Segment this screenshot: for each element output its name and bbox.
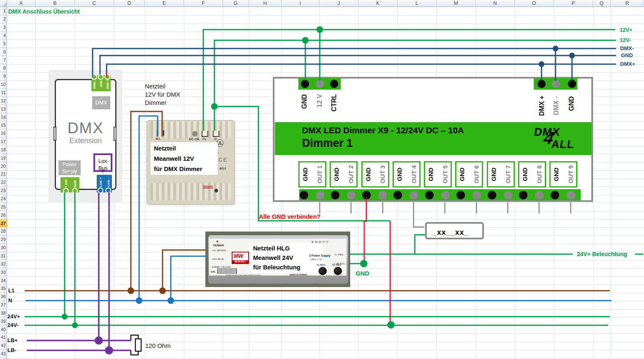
- wiring-diagram: [0, 0, 644, 359]
- column-header-H[interactable]: H: [249, 0, 281, 7]
- column-header-C[interactable]: C: [75, 0, 114, 7]
- row-header-34[interactable]: 34: [0, 276, 7, 285]
- note-line1: Netzteil: [145, 82, 180, 90]
- row-header-41[interactable]: 41: [0, 334, 7, 342]
- column-header-Q[interactable]: Q: [593, 0, 611, 7]
- row-header-15[interactable]: 15: [0, 121, 7, 130]
- junction-dot: [159, 287, 166, 294]
- wire-n-hlg: [171, 256, 205, 301]
- stub-out4: [414, 202, 424, 227]
- label-120-ohm[interactable]: 120 Ohm: [145, 342, 171, 349]
- row-header-16[interactable]: 16: [0, 130, 7, 138]
- excel-spreadsheet: ABCDEFGHIJKLMNOPQR 123456789101112131415…: [0, 0, 644, 359]
- column-header-K[interactable]: K: [358, 0, 398, 7]
- junction-dot: [316, 26, 323, 33]
- row-header-7[interactable]: 7: [0, 56, 7, 64]
- xx-text: _xx__xx_: [432, 228, 469, 236]
- wire-dmx-minus: [93, 49, 616, 75]
- junction-dot: [167, 297, 174, 304]
- row-header-31[interactable]: 31: [0, 252, 7, 260]
- junction-dot: [136, 297, 142, 304]
- row-header-36[interactable]: 36: [0, 293, 7, 301]
- column-header-B[interactable]: B: [35, 0, 75, 7]
- row-header-23[interactable]: 23: [0, 187, 7, 195]
- bus-label-n: N: [8, 297, 12, 303]
- row-header-25[interactable]: 25: [0, 203, 7, 211]
- column-header-J[interactable]: J: [319, 0, 358, 7]
- wire-dmx-gnd: [100, 56, 616, 75]
- junction-dot: [360, 260, 367, 267]
- column-header-N[interactable]: N: [476, 0, 515, 7]
- label-12v-plus: 12V+: [620, 27, 632, 33]
- wire-12v-plus: [203, 30, 615, 131]
- row-header-42[interactable]: 42: [0, 342, 7, 350]
- column-header-D[interactable]: D: [114, 0, 145, 7]
- junction-dot: [62, 314, 67, 320]
- wire-n-psu12: [139, 116, 158, 301]
- row-header-29[interactable]: 29: [0, 236, 7, 244]
- row-header-10[interactable]: 10: [0, 81, 7, 89]
- row-header-18[interactable]: 18: [0, 146, 7, 154]
- column-header-O[interactable]: O: [515, 0, 554, 7]
- row-header-28[interactable]: 28: [0, 227, 7, 236]
- column-header-F[interactable]: F: [184, 0, 223, 7]
- row-header-22[interactable]: 22: [0, 178, 7, 187]
- label-beleuchtung[interactable]: 24V+ Beleuchtung: [577, 251, 627, 257]
- column-header-R[interactable]: R: [611, 0, 644, 7]
- row-header-33[interactable]: 33: [0, 268, 7, 276]
- junction-dot: [387, 321, 395, 329]
- row-header-38[interactable]: 38: [0, 309, 7, 317]
- label-12v-minus: 12V-: [620, 37, 631, 43]
- row-header-11[interactable]: 11: [0, 89, 7, 97]
- junction-dot: [553, 46, 558, 51]
- junction-dot: [128, 287, 134, 294]
- wire-l1-psu12: [131, 111, 162, 291]
- row-header-6[interactable]: 6: [0, 48, 7, 56]
- row-header-19[interactable]: 19: [0, 154, 7, 162]
- column-header-G[interactable]: G: [223, 0, 249, 7]
- row-header-12[interactable]: 12: [0, 97, 7, 105]
- column-header-I[interactable]: I: [281, 0, 319, 7]
- select-all-corner[interactable]: [0, 0, 7, 7]
- row-header-37[interactable]: 37: [0, 301, 7, 309]
- row-header-40[interactable]: 40: [0, 325, 7, 334]
- row-header-2[interactable]: 2: [0, 15, 7, 23]
- row-header-30[interactable]: 30: [0, 244, 7, 252]
- row-header-14[interactable]: 14: [0, 113, 7, 121]
- junction-dot: [72, 322, 78, 328]
- row-header-4[interactable]: 4: [0, 32, 7, 40]
- row-header-21[interactable]: 21: [0, 170, 7, 178]
- row-header-39[interactable]: 39: [0, 317, 7, 325]
- row-header-5[interactable]: 5: [0, 39, 7, 48]
- sheet-title: DMX Anschluss Übersicht: [8, 8, 80, 15]
- row-header-27[interactable]: 27: [0, 219, 7, 227]
- column-header-L[interactable]: L: [398, 0, 437, 7]
- row-header-3[interactable]: 3: [0, 23, 7, 32]
- label-dmx-plus: DMX+: [620, 61, 635, 67]
- note-line2: 12V für DMX: [145, 90, 180, 99]
- column-header-M[interactable]: M: [437, 0, 476, 7]
- psu12-note[interactable]: Netzteil 12V für DMX Dimmer: [145, 82, 180, 107]
- row-header-32[interactable]: 32: [0, 260, 7, 268]
- row-header-43[interactable]: 43: [0, 350, 7, 358]
- row-header-24[interactable]: 24: [0, 195, 7, 203]
- row-header-17[interactable]: 17: [0, 138, 7, 146]
- label-dmx-minus: DMX-: [620, 45, 634, 51]
- column-header-E[interactable]: E: [145, 0, 184, 7]
- row-header-9[interactable]: 9: [0, 72, 7, 81]
- label-gnd: GND: [621, 52, 633, 58]
- label-hlg-gnd[interactable]: GND: [356, 270, 369, 277]
- row-header-26[interactable]: 26: [0, 211, 7, 219]
- row-header-8[interactable]: 8: [0, 64, 7, 72]
- row-header-20[interactable]: 20: [0, 162, 7, 170]
- row-header-1[interactable]: 1: [0, 7, 7, 15]
- column-header-P[interactable]: P: [554, 0, 593, 7]
- wire-gnd-verbinden: [214, 107, 390, 221]
- row-header-13[interactable]: 13: [0, 105, 7, 113]
- row-header-35[interactable]: 35: [0, 285, 7, 293]
- bus-label-24v-minus: 24V-: [7, 322, 19, 328]
- label-alle-gnd[interactable]: Alle GND verbinden?: [259, 213, 321, 220]
- column-header-A[interactable]: A: [7, 0, 35, 7]
- bus-label-lb-minus: LB-: [7, 347, 16, 353]
- xx-annotation-box[interactable]: _xx__xx_: [425, 222, 484, 239]
